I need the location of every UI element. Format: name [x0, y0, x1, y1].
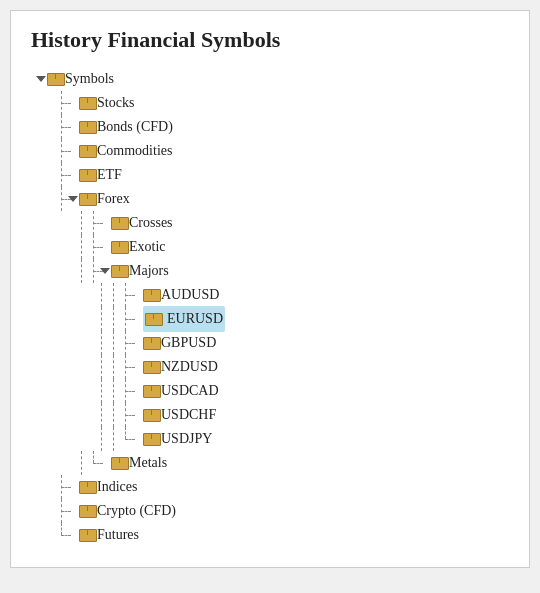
tree-item-crypto: Crypto (CFD) [31, 499, 509, 523]
label-indices[interactable]: Indices [97, 475, 137, 499]
label-metals[interactable]: Metals [129, 451, 167, 475]
label-eurusd[interactable]: EURUSD [167, 307, 223, 331]
symbol-tree: Symbols Stocks [31, 67, 509, 547]
page-container: History Financial Symbols Symbols [10, 10, 530, 568]
tree-item-symbols: Symbols Stocks [31, 67, 509, 547]
tree-item-forex: Forex [31, 187, 509, 475]
label-usdchf[interactable]: USDCHF [161, 403, 216, 427]
tree-item-exotic: Exotic [31, 235, 509, 259]
label-audusd[interactable]: AUDUSD [161, 283, 219, 307]
label-etf[interactable]: ETF [97, 163, 122, 187]
tree-item-indices: Indices [31, 475, 509, 499]
tree-item-nzdusd: NZDUSD [31, 355, 509, 379]
folder-icon-symbols [47, 73, 63, 86]
tree-item-bonds: Bonds (CFD) [31, 115, 509, 139]
label-nzdusd[interactable]: NZDUSD [161, 355, 218, 379]
folder-icon-stocks [79, 97, 95, 110]
folder-icon-majors [111, 265, 127, 278]
label-exotic[interactable]: Exotic [129, 235, 166, 259]
node-eurusd[interactable]: EURUSD [143, 306, 225, 332]
folder-icon-gbpusd [143, 337, 159, 350]
folder-icon-usdjpy [143, 433, 159, 446]
label-commodities[interactable]: Commodities [97, 139, 172, 163]
folder-icon-crosses [111, 217, 127, 230]
expander-symbols[interactable] [35, 73, 47, 85]
tree-item-majors: Majors [31, 259, 509, 451]
tree-item-gbpusd: GBPUSD [31, 331, 509, 355]
label-forex[interactable]: Forex [97, 187, 130, 211]
tree-item-commodities: Commodities [31, 139, 509, 163]
tree-item-metals: Metals [31, 451, 509, 475]
folder-icon-futures [79, 529, 95, 542]
folder-icon-bonds [79, 121, 95, 134]
folder-icon-audusd [143, 289, 159, 302]
tree-item-usdcad: USDCAD [31, 379, 509, 403]
folder-icon-indices [79, 481, 95, 494]
label-bonds[interactable]: Bonds (CFD) [97, 115, 173, 139]
folder-icon-nzdusd [143, 361, 159, 374]
folder-icon-usdchf [143, 409, 159, 422]
tree-item-stocks: Stocks [31, 91, 509, 115]
tree-item-audusd: AUDUSD [31, 283, 509, 307]
folder-icon-eurusd [145, 313, 161, 326]
label-crosses[interactable]: Crosses [129, 211, 173, 235]
tree-item-usdchf: USDCHF [31, 403, 509, 427]
folder-icon-usdcad [143, 385, 159, 398]
label-gbpusd[interactable]: GBPUSD [161, 331, 216, 355]
tree-item-futures: Futures [31, 523, 509, 547]
tree-item-crosses: Crosses [31, 211, 509, 235]
tree-item-eurusd: EURUSD [31, 307, 509, 331]
folder-icon-crypto [79, 505, 95, 518]
page-title: History Financial Symbols [31, 27, 509, 53]
tree-item-usdjpy: USDJPY [31, 427, 509, 451]
folder-icon-forex [79, 193, 95, 206]
label-symbols[interactable]: Symbols [65, 67, 114, 91]
folder-icon-etf [79, 169, 95, 182]
label-usdjpy[interactable]: USDJPY [161, 427, 212, 451]
label-stocks[interactable]: Stocks [97, 91, 134, 115]
label-majors[interactable]: Majors [129, 259, 169, 283]
tree-item-etf: ETF [31, 163, 509, 187]
label-futures[interactable]: Futures [97, 523, 139, 547]
folder-icon-metals [111, 457, 127, 470]
folder-icon-commodities [79, 145, 95, 158]
folder-icon-exotic [111, 241, 127, 254]
label-crypto[interactable]: Crypto (CFD) [97, 499, 176, 523]
label-usdcad[interactable]: USDCAD [161, 379, 219, 403]
